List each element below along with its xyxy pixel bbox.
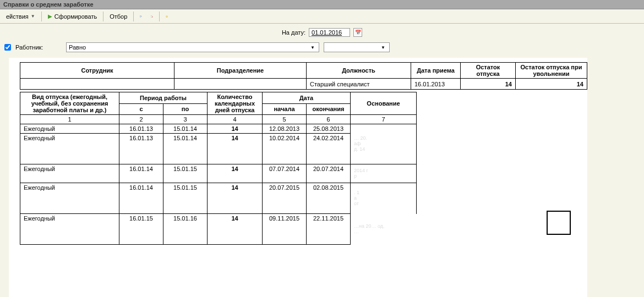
- svg-point-4: [152, 16, 153, 18]
- help-button[interactable]: ?: [162, 12, 172, 21]
- table-export-icon: [140, 12, 142, 21]
- summary-table: Сотрудник Подразделение Должность Дата п…: [20, 62, 587, 90]
- window-title-bar: Справки о среднем заработке: [0, 0, 644, 9]
- col-type: Вид отпуска (ежегодный, учебный, без сох…: [20, 92, 119, 115]
- table-row: Ежегодный 16.01.15 15.01.16 14 09.11.201…: [20, 214, 417, 245]
- date-label: На дату:: [282, 29, 305, 36]
- col-date: Дата: [263, 92, 351, 104]
- col-date-to: окончания: [307, 103, 351, 115]
- col-days: Количество календарных дней отпуска: [208, 92, 263, 115]
- toolbar-separator: [41, 12, 42, 21]
- worker-label: Работник:: [15, 44, 62, 51]
- detail-table: Вид отпуска (ежегодный, учебный, без сох…: [20, 92, 417, 245]
- table-row: Ежегодный 16.01.13 15.01.14 14 12.08.201…: [20, 124, 417, 134]
- worker-value-combobox[interactable]: ▼: [324, 42, 390, 52]
- report-area: Сотрудник Подразделение Должность Дата п…: [9, 58, 587, 297]
- toolbar-separator: [159, 12, 160, 21]
- col-position: Должность: [307, 63, 411, 79]
- col-department: Подразделение: [174, 63, 307, 79]
- settings-button[interactable]: [147, 12, 157, 21]
- window-title: Справки о среднем заработке: [3, 1, 94, 8]
- tools-icon: [151, 12, 153, 21]
- col-date-from: начала: [263, 103, 307, 115]
- col-vacation-rest-fire: Остаток отпуска при увольнении: [516, 63, 587, 79]
- date-filter-row: На дату: 📅: [4, 26, 640, 39]
- col-basis: Основание: [351, 92, 417, 115]
- col-to: по: [163, 103, 208, 115]
- chevron-down-icon: ▼: [31, 14, 35, 19]
- calendar-icon[interactable]: 📅: [353, 28, 362, 37]
- toolbar: ействия ▼ ▶ Сформировать Отбор ?: [0, 9, 644, 24]
- basis-text: …на 20… од.…: [351, 214, 417, 245]
- svg-rect-0: [140, 15, 142, 17]
- col-vacation-rest: Остаток отпуска: [461, 63, 516, 79]
- col-employee: Сотрудник: [20, 63, 174, 79]
- summary-row: Старший специалист 16.01.2013 14 14: [20, 79, 587, 90]
- operator-combobox[interactable]: Равно ▼: [66, 42, 319, 52]
- toolbar-separator: [103, 12, 103, 21]
- date-input[interactable]: [309, 28, 350, 37]
- chevron-down-icon: ▼: [309, 43, 316, 51]
- worker-filter-row: Работник: Равно ▼ ▼: [4, 42, 640, 56]
- help-icon: ?: [166, 12, 168, 21]
- selection-box: [547, 211, 571, 235]
- filter-panel: На дату: 📅 Работник: Равно ▼ ▼: [0, 24, 644, 58]
- toolbar-separator: [133, 12, 134, 21]
- chevron-down-icon: ▼: [379, 43, 387, 51]
- worker-checkbox[interactable]: [4, 44, 11, 51]
- export-button[interactable]: [136, 12, 146, 21]
- table-row: Ежегодный 16.01.14 15.01.15 14 07.07.201…: [20, 164, 417, 183]
- play-icon: ▶: [48, 13, 52, 19]
- col-number-row: 1 2 3 4 5 6 7: [20, 115, 417, 124]
- tree-collapse-gutter[interactable]: [0, 58, 9, 297]
- col-hire-date: Дата приема: [411, 63, 461, 79]
- col-from: с: [119, 103, 163, 115]
- run-button[interactable]: ▶ Сформировать: [44, 12, 101, 21]
- basis-text: 2014 гр: [351, 164, 417, 183]
- table-row: Ежегодный 16.01.14 15.01.15 14 20.07.201…: [20, 183, 417, 214]
- basis-text: … 20.афд. 14: [351, 124, 417, 164]
- basis-text: . 1аот: [351, 183, 417, 214]
- col-period: Период работы: [119, 92, 208, 104]
- actions-menu-button[interactable]: ействия ▼: [2, 12, 39, 21]
- filter-button[interactable]: Отбор: [106, 12, 131, 21]
